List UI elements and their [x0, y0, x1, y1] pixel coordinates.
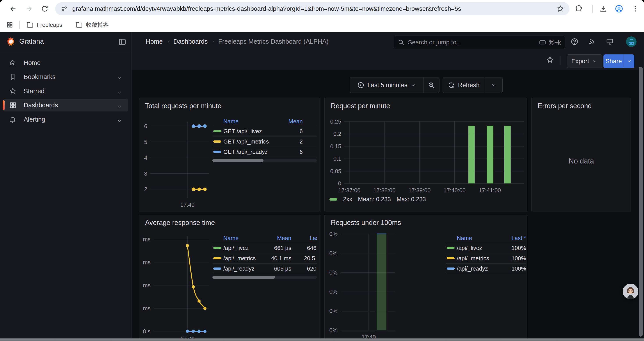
url-text[interactable]: grafana.mathmast.com/d/deytv4rwavabkb/fr…: [72, 5, 556, 12]
chart-requests-under-100ms[interactable]: 100%80%60%40%20%0%17:40: [329, 232, 401, 341]
apps-grid-icon[interactable]: [3, 20, 16, 30]
sidebar-item-starred[interactable]: Starred: [4, 85, 128, 97]
legend-hscrollbar[interactable]: [212, 276, 317, 279]
breadcrumb: Home › Dashboards › Freeleaps Metrics Da…: [146, 38, 328, 45]
chevron-down-icon[interactable]: [116, 75, 122, 81]
svg-text:17:39:00: 17:39:00: [408, 187, 430, 194]
refresh-controls: Refresh: [442, 77, 502, 93]
legend-col-last[interactable]: Last *: [291, 235, 317, 242]
favorite-dashboard-star-icon[interactable]: [545, 55, 555, 65]
sidebar-item-alerting[interactable]: Alerting: [4, 113, 128, 126]
chart-request-per-minute[interactable]: 0.250.20.150.10.05017:37:0017:38:0017:39…: [329, 117, 524, 194]
chart-total-requests[interactable]: 6543217:40: [142, 120, 212, 210]
downloads-icon[interactable]: [598, 4, 608, 14]
svg-text:80 ms: 80 ms: [142, 236, 150, 242]
legend-row[interactable]: GET /api/_metrics 2: [212, 137, 317, 147]
reload-icon[interactable]: [40, 4, 50, 14]
site-settings-icon[interactable]: [61, 5, 68, 13]
chart-average-response-time[interactable]: 80 ms60 ms40 ms20 ms0 s17:40: [142, 233, 212, 341]
breadcrumb-home[interactable]: Home: [146, 38, 163, 45]
page-header: Home › Dashboards › Freeleaps Metrics Da…: [132, 32, 644, 70]
series-name[interactable]: GET /api/_readyz: [223, 149, 278, 155]
svg-text:60 ms: 60 ms: [142, 259, 150, 265]
monitor-icon[interactable]: [604, 36, 616, 47]
svg-text:20 ms: 20 ms: [142, 305, 150, 311]
chevron-down-icon[interactable]: [116, 90, 122, 95]
panel-title[interactable]: Average response time: [145, 219, 215, 227]
panel-title[interactable]: Total requests per minute: [145, 102, 222, 110]
breadcrumb-dashboards[interactable]: Dashboards: [174, 38, 208, 45]
series-name[interactable]: /api/_metrics: [457, 255, 500, 262]
zoom-out-button[interactable]: [423, 78, 439, 93]
legend-row[interactable]: GET /api/_livez 6: [212, 126, 317, 137]
panel-request-per-minute[interactable]: Request per minute 0.250.20.150.10.05017…: [324, 98, 528, 212]
series-name[interactable]: /api/_metrics: [223, 255, 265, 262]
address-bar[interactable]: grafana.mathmast.com/d/deytv4rwavabkb/fr…: [55, 2, 570, 15]
menu-kebab-icon[interactable]: [630, 4, 640, 14]
time-range-picker[interactable]: Last 5 minutes: [350, 78, 423, 93]
forward-icon[interactable]: [24, 4, 34, 14]
back-icon[interactable]: [8, 4, 18, 14]
horizontal-scrollbar[interactable]: [0, 338, 644, 341]
grafana-logo-icon[interactable]: [6, 37, 16, 47]
browser-toolbar: grafana.mathmast.com/d/deytv4rwavabkb/fr…: [0, 0, 644, 18]
legend-col-name[interactable]: Name: [223, 235, 265, 242]
panel-requests-under-100ms[interactable]: Requests under 100ms 100%80%60%40%20%0%1…: [324, 215, 528, 341]
legend-col-mean[interactable]: Mean: [278, 118, 303, 125]
panel-total-requests-per-minute[interactable]: Total requests per minute 6543217:40 Nam…: [139, 98, 321, 212]
panel-title[interactable]: Errors per second: [538, 102, 592, 110]
panel-title[interactable]: Requests under 100ms: [331, 219, 401, 227]
series-name[interactable]: /api/_livez: [223, 245, 265, 251]
series-name[interactable]: /api/_livez: [457, 245, 500, 251]
series-name[interactable]: GET /api/_metrics: [223, 138, 278, 145]
legend-col-name[interactable]: Name: [457, 235, 500, 242]
user-avatar[interactable]: [626, 37, 636, 47]
legend-row[interactable]: /api/_livez 661 µs 646 µs: [212, 243, 317, 253]
legend-row[interactable]: GET /api/_readyz 6: [212, 147, 317, 157]
floating-assistant-avatar[interactable]: [623, 284, 638, 299]
series-color-pill: [213, 140, 221, 143]
sidebar-item-home[interactable]: Home: [4, 56, 128, 69]
panel-title[interactable]: Request per minute: [331, 102, 390, 110]
bookmark-folder-freeleaps[interactable]: Freeleaps: [23, 20, 65, 30]
search-input[interactable]: Search or jump to... ⌘+k: [394, 36, 565, 49]
refresh-interval-dropdown[interactable]: [485, 78, 502, 93]
legend-row[interactable]: /api/_readyz 605 µs 620 µs: [212, 263, 317, 274]
legend-col-last[interactable]: Last *: [500, 235, 526, 242]
legend-row[interactable]: /api/_metrics 100%: [446, 253, 526, 263]
chevron-down-icon[interactable]: [116, 104, 122, 109]
share-button[interactable]: Share: [604, 55, 634, 68]
legend-row[interactable]: /api/_livez 100%: [446, 243, 526, 253]
active-indicator: [3, 100, 4, 110]
share-label[interactable]: Share: [604, 55, 624, 68]
refresh-button[interactable]: Refresh: [443, 78, 485, 93]
vertical-scrollbar[interactable]: [639, 67, 643, 336]
sidebar-item-dashboards[interactable]: Dashboards: [4, 99, 128, 112]
legend-col-name[interactable]: Name: [223, 118, 278, 125]
dock-menu-icon[interactable]: [118, 38, 126, 46]
bookmark-folder-blogs[interactable]: 收藏博客: [72, 20, 112, 30]
panel-errors-per-second[interactable]: Errors per second No data: [531, 98, 631, 212]
legend-inline[interactable]: 2xx Mean: 0.233 Max: 0.233: [330, 196, 426, 203]
share-menu-chevron-icon[interactable]: [624, 55, 634, 68]
series-name[interactable]: /api/_readyz: [457, 265, 500, 272]
export-button[interactable]: Export: [566, 55, 602, 68]
series-name[interactable]: /api/_readyz: [223, 265, 265, 272]
bookmark-star-icon[interactable]: [556, 5, 564, 13]
svg-text:80%: 80%: [329, 250, 338, 256]
profile-icon[interactable]: [614, 4, 624, 14]
chevron-down-icon[interactable]: [116, 118, 122, 124]
home-icon: [9, 59, 16, 66]
panel-average-response-time[interactable]: Average response time 80 ms60 ms40 ms20 …: [139, 215, 321, 341]
legend-hscrollbar[interactable]: [212, 159, 317, 162]
legend-row[interactable]: /api/_readyz 100%: [446, 263, 526, 274]
help-icon[interactable]: [569, 36, 580, 47]
sidebar-item-bookmarks[interactable]: Bookmarks: [4, 71, 128, 83]
series-name[interactable]: GET /api/_livez: [223, 128, 278, 135]
news-rss-icon[interactable]: [586, 36, 598, 47]
legend-row[interactable]: /api/_metrics 40.1 ms 20.5 ms: [212, 253, 317, 263]
extensions-icon[interactable]: [574, 4, 584, 14]
series-name[interactable]: 2xx: [343, 196, 352, 203]
legend-col-mean[interactable]: Mean: [265, 235, 291, 242]
series-last: 646 µs: [291, 245, 317, 251]
